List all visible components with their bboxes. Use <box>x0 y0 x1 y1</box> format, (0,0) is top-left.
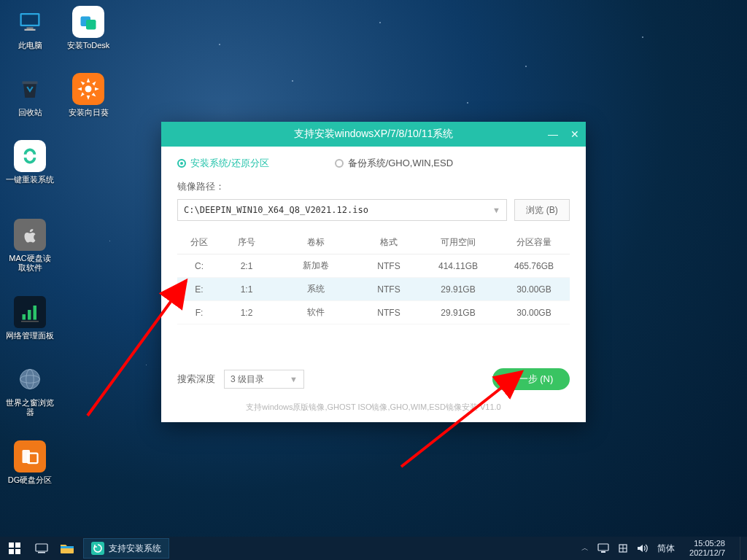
desktop-icon-dgdisk[interactable]: DG硬盘分区 <box>4 440 55 485</box>
desktop-icon-label: 此电脑 <box>4 41 55 50</box>
image-path-label: 镜像路径： <box>177 180 570 193</box>
installer-window: 支持安装windowsXP/7/8/10/11系统 — ✕ 安装系统/还原分区 … <box>161 122 586 422</box>
task-app-icon <box>91 542 104 555</box>
desktop-icon-todesk[interactable]: 安装ToDesk <box>63 6 114 50</box>
desktop: 此电脑 回收站 一键重装系统 MAC硬盘读 取软件 网络管理面板 世界之窗浏览 … <box>0 0 747 560</box>
cell-index: 1:1 <box>221 278 272 301</box>
tray-ime[interactable]: 简体 <box>657 542 675 555</box>
browse-button[interactable]: 浏览 (B) <box>514 199 570 221</box>
cell-drive: E: <box>177 278 221 301</box>
svg-rect-6 <box>28 310 31 320</box>
radio-label: 备份系统/GHO,WIN,ESD <box>348 157 453 170</box>
desktop-icon-label: 安装ToDesk <box>63 41 114 50</box>
svg-rect-13 <box>23 450 31 463</box>
partition-table: 分区 序号 卷标 格式 可用空间 分区容量 C:2:1新加卷NTFS414.11… <box>177 231 570 324</box>
svg-rect-26 <box>61 546 74 548</box>
svg-rect-23 <box>15 549 20 554</box>
desktop-icon-recycle[interactable]: 回收站 <box>4 73 55 117</box>
task-label: 支持安装系统 <box>109 542 161 555</box>
taskbar-task-installer[interactable]: 支持安装系统 <box>83 538 169 559</box>
cell-free: 29.91GB <box>418 278 498 301</box>
tray-volume-icon[interactable] <box>637 543 649 553</box>
desktop-icon-label: 一键重装系统 <box>4 175 55 184</box>
next-button[interactable]: 下一步 (N) <box>492 368 570 390</box>
col-volume: 卷标 <box>272 231 360 254</box>
svg-rect-2 <box>27 28 34 29</box>
desktop-icon-browser[interactable]: 世界之窗浏览 器 <box>4 363 55 417</box>
cell-total: 30.00GB <box>498 301 570 324</box>
svg-rect-4 <box>23 82 38 85</box>
desktop-icon-label: 安装向日葵 <box>63 108 114 117</box>
search-depth-select[interactable]: 3 级目录 ▼ <box>224 370 304 389</box>
svg-rect-7 <box>34 306 37 320</box>
taskview-button[interactable] <box>29 537 54 560</box>
cell-format: NTFS <box>360 254 418 278</box>
desktop-icon-netpanel[interactable]: 网络管理面板 <box>4 296 55 341</box>
radio-backup[interactable]: 备份系统/GHO,WIN,ESD <box>335 157 453 170</box>
close-button[interactable]: ✕ <box>568 128 581 141</box>
cell-format: NTFS <box>360 301 418 324</box>
desktop-icon-reinstall[interactable]: 一键重装系统 <box>4 140 55 184</box>
radio-label: 安装系统/还原分区 <box>190 157 269 170</box>
cell-free: 414.11GB <box>418 254 498 278</box>
col-total: 分区容量 <box>498 231 570 254</box>
tray-monitor-icon[interactable] <box>597 543 609 553</box>
desktop-icon-label: 网络管理面板 <box>4 331 55 341</box>
desktop-icon-label: 回收站 <box>4 108 55 117</box>
col-index: 序号 <box>221 231 272 254</box>
cell-drive: C: <box>177 254 221 278</box>
radio-dot-icon <box>335 159 344 168</box>
chevron-down-icon: ▼ <box>492 206 500 214</box>
minimize-button[interactable]: — <box>546 128 560 141</box>
cell-volume: 软件 <box>272 301 360 324</box>
partition-row[interactable]: F:1:2软件NTFS29.91GB30.00GB <box>177 301 570 324</box>
footer-note: 支持windows原版镜像,GHOST ISO镜像,GHO,WIM,ESD镜像安… <box>177 402 570 413</box>
tray-network-icon[interactable] <box>618 543 628 553</box>
svg-rect-3 <box>25 29 36 31</box>
chevron-down-icon: ▼ <box>290 375 298 384</box>
start-button[interactable] <box>0 537 29 560</box>
clock-time: 15:05:28 <box>689 539 725 548</box>
cell-drive: F: <box>177 301 221 324</box>
cell-index: 2:1 <box>221 254 272 278</box>
svg-rect-20 <box>9 542 14 548</box>
partition-row[interactable]: C:2:1新加卷NTFS414.11GB465.76GB <box>177 254 570 278</box>
col-drive: 分区 <box>177 231 221 254</box>
search-depth-value: 3 级目录 <box>231 373 264 386</box>
desktop-icon-label: 世界之窗浏览 器 <box>4 398 55 417</box>
tray-clock[interactable]: 15:05:28 2021/12/7 <box>684 539 731 558</box>
browse-label: 浏览 (B) <box>526 204 557 217</box>
svg-rect-27 <box>598 544 608 551</box>
next-label: 下一步 (N) <box>509 373 554 386</box>
cell-index: 1:2 <box>221 301 272 324</box>
svg-rect-1 <box>22 15 39 25</box>
cell-format: NTFS <box>360 278 418 301</box>
image-path-input[interactable] <box>184 205 492 215</box>
show-desktop-button[interactable] <box>740 537 744 560</box>
desktop-icon-thispc[interactable]: 此电脑 <box>4 6 55 50</box>
svg-rect-28 <box>601 551 605 553</box>
svg-rect-8 <box>21 321 39 322</box>
cell-volume: 系统 <box>272 278 360 301</box>
col-format: 格式 <box>360 231 418 254</box>
explorer-button[interactable] <box>54 537 80 560</box>
desktop-icon-macdisk[interactable]: MAC硬盘读 取软件 <box>4 219 55 273</box>
radio-dot-icon <box>177 159 186 168</box>
image-path-dropdown[interactable]: ▼ <box>177 199 507 221</box>
ime-label: 简体 <box>657 542 675 555</box>
clock-date: 2021/12/7 <box>689 548 725 558</box>
cell-total: 30.00GB <box>498 278 570 301</box>
svg-rect-16 <box>86 20 96 30</box>
search-depth-label: 搜索深度 <box>177 373 215 386</box>
taskbar: 支持安装系统 ︿ 简体 15:05:28 2021/12/7 <box>0 537 747 560</box>
svg-rect-24 <box>36 544 47 551</box>
cell-total: 465.76GB <box>498 254 570 278</box>
svg-point-17 <box>85 86 92 93</box>
tray-chevron-up-icon[interactable]: ︿ <box>581 543 589 553</box>
cell-volume: 新加卷 <box>272 254 360 278</box>
window-titlebar[interactable]: 支持安装windowsXP/7/8/10/11系统 — ✕ <box>161 122 586 147</box>
partition-row[interactable]: E:1:1系统NTFS29.91GB30.00GB <box>177 278 570 301</box>
radio-install-restore[interactable]: 安装系统/还原分区 <box>177 157 269 170</box>
window-title: 支持安装windowsXP/7/8/10/11系统 <box>294 128 454 141</box>
desktop-icon-sunflower[interactable]: 安装向日葵 <box>63 73 114 117</box>
